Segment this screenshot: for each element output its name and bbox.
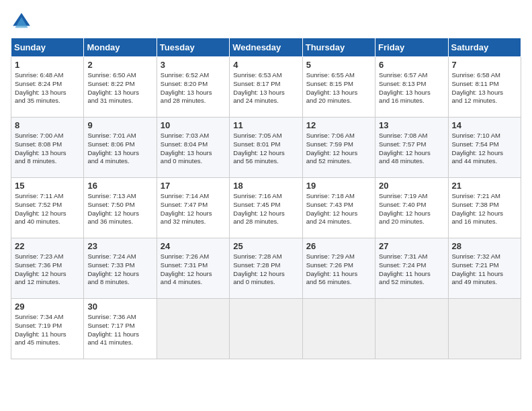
calendar-cell: 11Sunrise: 7:05 AM Sunset: 8:01 PM Dayli… <box>230 118 302 178</box>
calendar-cell: 5Sunrise: 6:55 AM Sunset: 8:15 PM Daylig… <box>302 57 375 118</box>
day-info: Sunrise: 6:58 AM Sunset: 8:11 PM Dayligh… <box>452 71 517 105</box>
calendar-cell: 13Sunrise: 7:08 AM Sunset: 7:57 PM Dayli… <box>375 118 448 178</box>
day-number: 24 <box>161 241 226 251</box>
calendar-cell: 12Sunrise: 7:06 AM Sunset: 7:59 PM Dayli… <box>302 118 375 178</box>
day-info: Sunrise: 6:53 AM Sunset: 8:17 PM Dayligh… <box>233 71 298 105</box>
day-number: 30 <box>87 302 152 312</box>
day-number: 4 <box>233 60 298 70</box>
col-header-sunday: Sunday <box>11 38 84 57</box>
col-header-tuesday: Tuesday <box>157 38 229 57</box>
logo <box>11 11 35 32</box>
calendar-cell: 14Sunrise: 7:10 AM Sunset: 7:54 PM Dayli… <box>448 118 521 178</box>
calendar-cell: 4Sunrise: 6:53 AM Sunset: 8:17 PM Daylig… <box>230 57 302 118</box>
calendar-cell <box>375 299 448 359</box>
day-number: 1 <box>15 60 80 70</box>
day-number: 3 <box>161 60 226 70</box>
calendar-table: SundayMondayTuesdayWednesdayThursdayFrid… <box>11 38 521 359</box>
day-info: Sunrise: 7:31 AM Sunset: 7:24 PM Dayligh… <box>379 253 444 287</box>
day-info: Sunrise: 7:18 AM Sunset: 7:43 PM Dayligh… <box>306 192 371 226</box>
day-info: Sunrise: 6:55 AM Sunset: 8:15 PM Dayligh… <box>306 71 371 105</box>
day-number: 14 <box>452 120 517 130</box>
day-info: Sunrise: 7:06 AM Sunset: 7:59 PM Dayligh… <box>306 132 371 166</box>
calendar-cell <box>448 299 521 359</box>
day-number: 9 <box>87 120 152 130</box>
day-info: Sunrise: 7:03 AM Sunset: 8:04 PM Dayligh… <box>161 132 226 166</box>
day-info: Sunrise: 7:34 AM Sunset: 7:19 PM Dayligh… <box>15 313 80 347</box>
col-header-thursday: Thursday <box>302 38 375 57</box>
day-info: Sunrise: 7:32 AM Sunset: 7:21 PM Dayligh… <box>452 253 517 287</box>
calendar-cell: 25Sunrise: 7:28 AM Sunset: 7:28 PM Dayli… <box>230 238 302 299</box>
day-number: 29 <box>15 302 80 312</box>
day-number: 22 <box>15 241 80 251</box>
day-info: Sunrise: 7:26 AM Sunset: 7:31 PM Dayligh… <box>161 253 226 287</box>
calendar-cell: 15Sunrise: 7:11 AM Sunset: 7:52 PM Dayli… <box>11 178 84 238</box>
day-number: 10 <box>161 120 226 130</box>
day-info: Sunrise: 7:14 AM Sunset: 7:47 PM Dayligh… <box>161 192 226 226</box>
calendar-cell <box>157 299 229 359</box>
calendar-cell: 8Sunrise: 7:00 AM Sunset: 8:08 PM Daylig… <box>11 118 84 178</box>
day-number: 5 <box>306 60 371 70</box>
day-number: 28 <box>452 241 517 251</box>
day-info: Sunrise: 7:05 AM Sunset: 8:01 PM Dayligh… <box>233 132 298 166</box>
day-number: 6 <box>379 60 444 70</box>
day-number: 12 <box>306 120 371 130</box>
day-number: 7 <box>452 60 517 70</box>
day-number: 25 <box>233 241 298 251</box>
calendar-cell: 16Sunrise: 7:13 AM Sunset: 7:50 PM Dayli… <box>84 178 157 238</box>
calendar-cell: 6Sunrise: 6:57 AM Sunset: 8:13 PM Daylig… <box>375 57 448 118</box>
calendar-cell: 29Sunrise: 7:34 AM Sunset: 7:19 PM Dayli… <box>11 299 84 359</box>
day-number: 11 <box>233 120 298 130</box>
day-info: Sunrise: 7:19 AM Sunset: 7:40 PM Dayligh… <box>379 192 444 226</box>
calendar-cell: 1Sunrise: 6:48 AM Sunset: 8:24 PM Daylig… <box>11 57 84 118</box>
calendar-cell: 26Sunrise: 7:29 AM Sunset: 7:26 PM Dayli… <box>302 238 375 299</box>
day-info: Sunrise: 7:16 AM Sunset: 7:45 PM Dayligh… <box>233 192 298 226</box>
day-number: 26 <box>306 241 371 251</box>
calendar-cell: 7Sunrise: 6:58 AM Sunset: 8:11 PM Daylig… <box>448 57 521 118</box>
day-number: 20 <box>379 181 444 191</box>
day-number: 8 <box>15 120 80 130</box>
day-number: 17 <box>161 181 226 191</box>
page-header <box>11 11 521 32</box>
day-info: Sunrise: 7:11 AM Sunset: 7:52 PM Dayligh… <box>15 192 80 226</box>
calendar-cell: 20Sunrise: 7:19 AM Sunset: 7:40 PM Dayli… <box>375 178 448 238</box>
day-info: Sunrise: 6:57 AM Sunset: 8:13 PM Dayligh… <box>379 71 444 105</box>
calendar-cell: 24Sunrise: 7:26 AM Sunset: 7:31 PM Dayli… <box>157 238 229 299</box>
col-header-monday: Monday <box>84 38 157 57</box>
day-info: Sunrise: 7:36 AM Sunset: 7:17 PM Dayligh… <box>87 313 152 347</box>
calendar-cell: 17Sunrise: 7:14 AM Sunset: 7:47 PM Dayli… <box>157 178 229 238</box>
calendar-cell: 21Sunrise: 7:21 AM Sunset: 7:38 PM Dayli… <box>448 178 521 238</box>
day-info: Sunrise: 7:28 AM Sunset: 7:28 PM Dayligh… <box>233 253 298 287</box>
col-header-saturday: Saturday <box>448 38 521 57</box>
calendar-cell: 3Sunrise: 6:52 AM Sunset: 8:20 PM Daylig… <box>157 57 229 118</box>
calendar-cell: 18Sunrise: 7:16 AM Sunset: 7:45 PM Dayli… <box>230 178 302 238</box>
calendar-cell <box>302 299 375 359</box>
day-number: 2 <box>87 60 152 70</box>
day-info: Sunrise: 7:08 AM Sunset: 7:57 PM Dayligh… <box>379 132 444 166</box>
calendar-cell: 9Sunrise: 7:01 AM Sunset: 8:06 PM Daylig… <box>84 118 157 178</box>
col-header-friday: Friday <box>375 38 448 57</box>
day-info: Sunrise: 6:50 AM Sunset: 8:22 PM Dayligh… <box>87 71 152 105</box>
calendar-cell: 19Sunrise: 7:18 AM Sunset: 7:43 PM Dayli… <box>302 178 375 238</box>
calendar-cell: 28Sunrise: 7:32 AM Sunset: 7:21 PM Dayli… <box>448 238 521 299</box>
calendar-cell: 10Sunrise: 7:03 AM Sunset: 8:04 PM Dayli… <box>157 118 229 178</box>
day-info: Sunrise: 7:21 AM Sunset: 7:38 PM Dayligh… <box>452 192 517 226</box>
day-info: Sunrise: 7:24 AM Sunset: 7:33 PM Dayligh… <box>87 253 152 287</box>
day-number: 27 <box>379 241 444 251</box>
calendar-cell: 23Sunrise: 7:24 AM Sunset: 7:33 PM Dayli… <box>84 238 157 299</box>
day-info: Sunrise: 7:00 AM Sunset: 8:08 PM Dayligh… <box>15 132 80 166</box>
col-header-wednesday: Wednesday <box>230 38 302 57</box>
calendar-cell: 22Sunrise: 7:23 AM Sunset: 7:36 PM Dayli… <box>11 238 84 299</box>
logo-icon <box>11 11 32 32</box>
day-number: 23 <box>87 241 152 251</box>
calendar-cell <box>230 299 302 359</box>
day-info: Sunrise: 7:10 AM Sunset: 7:54 PM Dayligh… <box>452 132 517 166</box>
day-number: 16 <box>87 181 152 191</box>
day-info: Sunrise: 7:29 AM Sunset: 7:26 PM Dayligh… <box>306 253 371 287</box>
calendar-cell: 27Sunrise: 7:31 AM Sunset: 7:24 PM Dayli… <box>375 238 448 299</box>
day-info: Sunrise: 7:23 AM Sunset: 7:36 PM Dayligh… <box>15 253 80 287</box>
calendar-cell: 2Sunrise: 6:50 AM Sunset: 8:22 PM Daylig… <box>84 57 157 118</box>
day-number: 21 <box>452 181 517 191</box>
day-info: Sunrise: 6:52 AM Sunset: 8:20 PM Dayligh… <box>161 71 226 105</box>
day-number: 19 <box>306 181 371 191</box>
day-info: Sunrise: 6:48 AM Sunset: 8:24 PM Dayligh… <box>15 71 80 105</box>
